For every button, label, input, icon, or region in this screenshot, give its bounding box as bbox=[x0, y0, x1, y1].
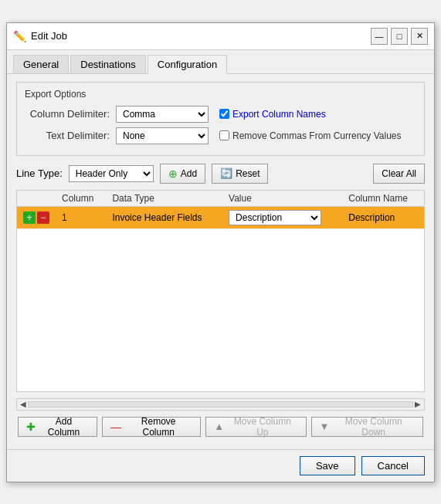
scroll-left-arrow[interactable]: ◀ bbox=[19, 400, 28, 408]
add-column-button[interactable]: ✚ Add Column bbox=[18, 417, 97, 437]
move-up-icon: ▲ bbox=[214, 421, 224, 432]
export-column-names-label: Export Column Names bbox=[232, 109, 326, 120]
table-row[interactable]: + − 1 Invoice Header Fields Description bbox=[17, 206, 424, 228]
reset-icon: 🔄 bbox=[220, 167, 232, 179]
col-header-actions bbox=[17, 191, 56, 207]
move-down-button[interactable]: ▼ Move Column Down bbox=[311, 417, 423, 437]
titlebar-controls: — □ ✕ bbox=[371, 28, 428, 45]
add-column-label: Add Column bbox=[39, 416, 89, 438]
column-delimiter-row: Column Delimiter: Comma Tab Semicolon Pi… bbox=[25, 106, 416, 123]
minimize-button[interactable]: — bbox=[371, 28, 388, 45]
col-header-value: Value bbox=[222, 191, 342, 207]
line-type-select[interactable]: Header Only Detail Footer bbox=[69, 165, 154, 182]
main-window: ✏️ Edit Job — □ ✕ General Destinations C… bbox=[6, 22, 435, 482]
add-label: Add bbox=[181, 168, 197, 179]
add-button[interactable]: ⊕ Add bbox=[160, 164, 205, 184]
remove-column-label: Remove Column bbox=[124, 416, 192, 438]
close-button[interactable]: ✕ bbox=[411, 28, 428, 45]
main-content: Export Options Column Delimiter: Comma T… bbox=[7, 74, 434, 449]
row-value-cell: Description bbox=[222, 206, 342, 228]
remove-column-icon: — bbox=[110, 421, 121, 433]
move-up-label: Move Column Up bbox=[227, 416, 297, 438]
clear-all-button[interactable]: Clear All bbox=[373, 164, 425, 184]
move-up-button[interactable]: ▲ Move Column Up bbox=[205, 417, 306, 437]
scrollbar-track[interactable] bbox=[28, 401, 413, 408]
cancel-button[interactable]: Cancel bbox=[361, 456, 425, 475]
scroll-right-arrow[interactable]: ▶ bbox=[413, 400, 422, 408]
tab-destinations[interactable]: Destinations bbox=[70, 55, 146, 73]
pencil-icon: ✏️ bbox=[13, 30, 26, 42]
save-button[interactable]: Save bbox=[300, 456, 355, 475]
row-column-name: Description bbox=[342, 206, 424, 228]
toolbar-row: Line Type: Header Only Detail Footer ⊕ A… bbox=[16, 164, 425, 184]
column-delimiter-select[interactable]: Comma Tab Semicolon Pipe bbox=[116, 106, 209, 123]
remove-column-button[interactable]: — Remove Column bbox=[102, 417, 201, 437]
table-area: Column Data Type Value Column Name + − bbox=[17, 191, 424, 391]
table-header-row: Column Data Type Value Column Name bbox=[17, 191, 424, 207]
line-type-label: Line Type: bbox=[16, 167, 63, 179]
col-header-colname: Column Name bbox=[342, 191, 424, 207]
move-down-icon: ▼ bbox=[320, 421, 330, 432]
bottom-toolbar: ✚ Add Column — Remove Column ▲ Move Colu… bbox=[16, 417, 425, 437]
add-column-icon: ✚ bbox=[26, 421, 36, 433]
move-down-label: Move Column Down bbox=[332, 416, 415, 438]
tab-general[interactable]: General bbox=[13, 55, 69, 73]
row-remove-button[interactable]: − bbox=[37, 211, 49, 224]
tab-bar: General Destinations Configuration bbox=[7, 50, 434, 74]
export-column-names-checkbox[interactable] bbox=[219, 109, 229, 119]
text-delimiter-row: Text Delimiter: None Single Quote Double… bbox=[25, 127, 416, 144]
window-title: Edit Job bbox=[31, 30, 67, 42]
text-delimiter-label: Text Delimiter: bbox=[25, 130, 110, 141]
titlebar: ✏️ Edit Job — □ ✕ bbox=[7, 23, 434, 50]
data-table: Column Data Type Value Column Name + − bbox=[17, 191, 424, 229]
reset-button[interactable]: 🔄 Reset bbox=[212, 164, 268, 184]
column-delimiter-label: Column Delimiter: bbox=[25, 108, 110, 120]
row-add-button[interactable]: + bbox=[23, 211, 36, 224]
col-header-column: Column bbox=[56, 191, 106, 207]
tab-configuration[interactable]: Configuration bbox=[148, 55, 227, 74]
reset-label: Reset bbox=[236, 168, 260, 179]
row-actions-cell: + − bbox=[17, 206, 56, 228]
row-col-num: 1 bbox=[56, 206, 106, 228]
maximize-button[interactable]: □ bbox=[391, 28, 408, 45]
plus-icon: ⊕ bbox=[168, 167, 178, 180]
remove-commas-checkbox[interactable] bbox=[219, 130, 229, 140]
remove-commas-label: Remove Commas From Currency Values bbox=[232, 130, 402, 141]
col-header-datatype: Data Type bbox=[106, 191, 222, 207]
text-delimiter-select[interactable]: None Single Quote Double Quote bbox=[116, 127, 209, 144]
footer: Save Cancel bbox=[7, 449, 434, 482]
data-table-container: Column Data Type Value Column Name + − bbox=[16, 190, 425, 392]
export-options-title: Export Options bbox=[25, 89, 416, 100]
export-options-group: Export Options Column Delimiter: Comma T… bbox=[16, 82, 425, 156]
clear-all-label: Clear All bbox=[382, 168, 416, 179]
titlebar-left: ✏️ Edit Job bbox=[13, 30, 67, 42]
row-data-type: Invoice Header Fields bbox=[106, 206, 222, 228]
row-value-select[interactable]: Description bbox=[229, 210, 321, 225]
scrollbar-area: ◀ ▶ bbox=[16, 398, 425, 411]
row-actions: + − bbox=[23, 211, 49, 224]
